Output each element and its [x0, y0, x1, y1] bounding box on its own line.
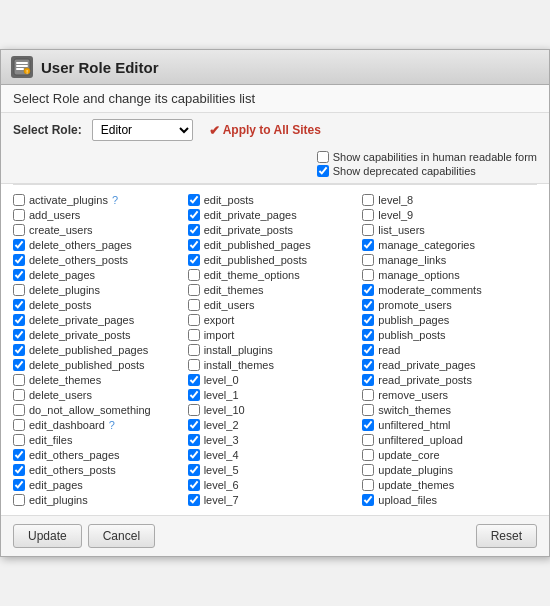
- cap-checkbox-0-18[interactable]: [13, 464, 25, 476]
- cap-checkbox-0-19[interactable]: [13, 479, 25, 491]
- cap-item: add_users: [13, 208, 188, 222]
- cap-checkbox-0-4[interactable]: [13, 254, 25, 266]
- show-human-readable-checkbox[interactable]: [317, 151, 329, 163]
- info-icon[interactable]: ?: [112, 194, 118, 206]
- cap-checkbox-1-0[interactable]: [188, 194, 200, 206]
- cap-checkbox-1-14[interactable]: [188, 404, 200, 416]
- subtitle-bar: Select Role and change its capabilities …: [1, 85, 549, 113]
- cap-checkbox-2-16[interactable]: [362, 434, 374, 446]
- cap-checkbox-1-1[interactable]: [188, 209, 200, 221]
- cap-label: level_4: [204, 449, 239, 461]
- cap-label: delete_private_posts: [29, 329, 131, 341]
- cap-checkbox-1-18[interactable]: [188, 464, 200, 476]
- cap-label: edit_posts: [204, 194, 254, 206]
- apply-to-sites-link[interactable]: ✔ Apply to All Sites: [209, 123, 321, 138]
- cap-checkbox-1-13[interactable]: [188, 389, 200, 401]
- cap-label: edit_pages: [29, 479, 83, 491]
- cap-checkbox-2-18[interactable]: [362, 464, 374, 476]
- reset-button[interactable]: Reset: [476, 524, 537, 548]
- cap-checkbox-1-20[interactable]: [188, 494, 200, 506]
- svg-rect-3: [16, 68, 24, 70]
- cap-label: edit_private_posts: [204, 224, 293, 236]
- cap-item: level_9: [362, 208, 537, 222]
- cap-checkbox-2-11[interactable]: [362, 359, 374, 371]
- cap-checkbox-2-13[interactable]: [362, 389, 374, 401]
- show-deprecated-checkbox[interactable]: [317, 165, 329, 177]
- cap-checkbox-0-1[interactable]: [13, 209, 25, 221]
- cap-checkbox-1-6[interactable]: [188, 284, 200, 296]
- apply-label: Apply to All Sites: [223, 123, 321, 137]
- cap-checkbox-1-16[interactable]: [188, 434, 200, 446]
- cap-checkbox-0-10[interactable]: [13, 344, 25, 356]
- cap-item: list_users: [362, 223, 537, 237]
- cap-checkbox-0-2[interactable]: [13, 224, 25, 236]
- info-icon[interactable]: ?: [109, 419, 115, 431]
- cap-checkbox-1-5[interactable]: [188, 269, 200, 281]
- window-title: User Role Editor: [41, 59, 159, 76]
- cap-checkbox-2-1[interactable]: [362, 209, 374, 221]
- cap-checkbox-0-20[interactable]: [13, 494, 25, 506]
- cap-checkbox-2-3[interactable]: [362, 239, 374, 251]
- cap-checkbox-2-2[interactable]: [362, 224, 374, 236]
- cap-label: level_2: [204, 419, 239, 431]
- cancel-button[interactable]: Cancel: [88, 524, 155, 548]
- cap-label: delete_plugins: [29, 284, 100, 296]
- cap-checkbox-0-3[interactable]: [13, 239, 25, 251]
- cap-checkbox-0-9[interactable]: [13, 329, 25, 341]
- cap-label: install_themes: [204, 359, 274, 371]
- cap-checkbox-2-8[interactable]: [362, 314, 374, 326]
- cap-item: level_2: [188, 418, 363, 432]
- cap-item: manage_options: [362, 268, 537, 282]
- cap-checkbox-0-8[interactable]: [13, 314, 25, 326]
- cap-checkbox-0-6[interactable]: [13, 284, 25, 296]
- cap-checkbox-2-12[interactable]: [362, 374, 374, 386]
- cap-checkbox-1-9[interactable]: [188, 329, 200, 341]
- svg-rect-1: [16, 62, 28, 64]
- cap-item: do_not_allow_something: [13, 403, 188, 417]
- cap-checkbox-2-17[interactable]: [362, 449, 374, 461]
- role-select[interactable]: Editor Administrator Author Contributor …: [92, 119, 193, 141]
- cap-label: publish_pages: [378, 314, 449, 326]
- cap-label: level_3: [204, 434, 239, 446]
- title-bar: ! User Role Editor: [1, 50, 549, 85]
- cap-checkbox-0-15[interactable]: [13, 419, 25, 431]
- cap-checkbox-0-13[interactable]: [13, 389, 25, 401]
- cap-label: level_1: [204, 389, 239, 401]
- cap-checkbox-1-17[interactable]: [188, 449, 200, 461]
- cap-checkbox-0-5[interactable]: [13, 269, 25, 281]
- cap-checkbox-0-17[interactable]: [13, 449, 25, 461]
- cap-checkbox-1-4[interactable]: [188, 254, 200, 266]
- cap-checkbox-2-15[interactable]: [362, 419, 374, 431]
- cap-checkbox-2-20[interactable]: [362, 494, 374, 506]
- cap-label: delete_private_pages: [29, 314, 134, 326]
- cap-item: delete_others_posts: [13, 253, 188, 267]
- cap-checkbox-1-7[interactable]: [188, 299, 200, 311]
- cap-checkbox-2-10[interactable]: [362, 344, 374, 356]
- cap-checkbox-1-10[interactable]: [188, 344, 200, 356]
- cap-item: edit_private_posts: [188, 223, 363, 237]
- cap-checkbox-1-19[interactable]: [188, 479, 200, 491]
- cap-label: switch_themes: [378, 404, 451, 416]
- cap-checkbox-1-3[interactable]: [188, 239, 200, 251]
- cap-checkbox-0-12[interactable]: [13, 374, 25, 386]
- cap-checkbox-2-5[interactable]: [362, 269, 374, 281]
- cap-checkbox-2-0[interactable]: [362, 194, 374, 206]
- cap-checkbox-1-2[interactable]: [188, 224, 200, 236]
- cap-checkbox-2-14[interactable]: [362, 404, 374, 416]
- cap-checkbox-2-6[interactable]: [362, 284, 374, 296]
- update-button[interactable]: Update: [13, 524, 82, 548]
- show-human-readable-option: Show capabilities in human readable form: [317, 151, 537, 163]
- cap-checkbox-0-16[interactable]: [13, 434, 25, 446]
- cap-checkbox-2-7[interactable]: [362, 299, 374, 311]
- cap-checkbox-0-11[interactable]: [13, 359, 25, 371]
- cap-checkbox-2-9[interactable]: [362, 329, 374, 341]
- cap-checkbox-0-14[interactable]: [13, 404, 25, 416]
- cap-checkbox-2-4[interactable]: [362, 254, 374, 266]
- cap-checkbox-2-19[interactable]: [362, 479, 374, 491]
- cap-checkbox-1-11[interactable]: [188, 359, 200, 371]
- cap-checkbox-0-7[interactable]: [13, 299, 25, 311]
- cap-checkbox-1-8[interactable]: [188, 314, 200, 326]
- cap-checkbox-1-12[interactable]: [188, 374, 200, 386]
- cap-checkbox-1-15[interactable]: [188, 419, 200, 431]
- cap-checkbox-0-0[interactable]: [13, 194, 25, 206]
